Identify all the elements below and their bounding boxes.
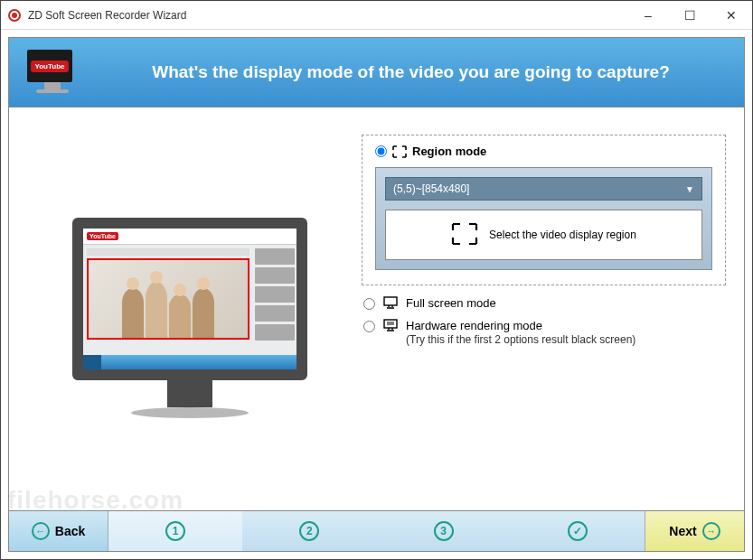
step-2-button[interactable]: 2 xyxy=(242,511,376,551)
youtube-badge-icon: YouTube xyxy=(31,61,68,72)
illustration-column: YouTube xyxy=(27,135,353,501)
banner-monitor-icon: YouTube xyxy=(27,50,78,95)
region-mode-radio-input[interactable] xyxy=(375,145,387,157)
monitor-illustration: YouTube xyxy=(72,218,307,418)
wizard-nav: ← Back 1 2 3 ✓ Next → xyxy=(8,510,745,552)
region-mode-panel: Region mode (5,5)~[854x480] ▼ Select the… xyxy=(362,135,726,285)
region-mode-radio[interactable]: Region mode xyxy=(375,145,712,158)
step-done-button[interactable]: ✓ xyxy=(511,511,645,551)
dropdown-arrow-icon: ▼ xyxy=(685,184,694,194)
back-label: Back xyxy=(55,524,85,538)
back-button[interactable]: ← Back xyxy=(9,511,108,551)
app-record-icon xyxy=(8,9,21,22)
fullscreen-mode-label: Full screen mode xyxy=(406,296,726,310)
banner: YouTube What's the display mode of the v… xyxy=(8,37,745,107)
hardware-mode-subtext: (Try this if the first 2 options result … xyxy=(406,333,635,346)
content-area: YouTube xyxy=(8,107,745,510)
fullscreen-mode-radio[interactable]: Full screen mode xyxy=(362,296,726,310)
options-column: Region mode (5,5)~[854x480] ▼ Select the… xyxy=(353,135,726,501)
hardware-monitor-icon xyxy=(382,319,399,331)
maximize-button[interactable]: ☐ xyxy=(669,1,711,29)
app-window: ZD Soft Screen Recorder Wizard – ☐ ✕ You… xyxy=(0,0,753,560)
next-arrow-icon: → xyxy=(702,522,720,540)
banner-heading: What's the display mode of the video you… xyxy=(96,62,726,82)
monitor-icon xyxy=(382,296,399,309)
region-mode-settings: (5,5)~[854x480] ▼ Select the video displ… xyxy=(375,167,712,270)
window-title: ZD Soft Screen Recorder Wizard xyxy=(28,9,627,22)
window-controls: – ☐ ✕ xyxy=(627,1,752,29)
next-label: Next xyxy=(669,524,696,538)
select-region-label: Select the video display region xyxy=(489,229,636,241)
hardware-mode-radio-input[interactable] xyxy=(363,321,375,332)
hardware-mode-radio[interactable]: Hardware rendering mode (Try this if the… xyxy=(362,319,726,346)
step-3-button[interactable]: 3 xyxy=(377,511,511,551)
svg-rect-0 xyxy=(384,297,397,305)
fullscreen-mode-radio-input[interactable] xyxy=(363,298,375,310)
minimize-button[interactable]: – xyxy=(627,1,669,29)
region-dropdown[interactable]: (5,5)~[854x480] ▼ xyxy=(385,177,702,201)
step-2-number: 2 xyxy=(299,521,319,541)
back-arrow-icon: ← xyxy=(32,522,50,540)
crop-icon xyxy=(392,145,407,158)
hardware-mode-label: Hardware rendering mode xyxy=(406,319,542,332)
step-3-number: 3 xyxy=(434,521,454,541)
region-mode-label: Region mode xyxy=(412,145,486,158)
youtube-logo-icon: YouTube xyxy=(87,232,118,240)
close-button[interactable]: ✕ xyxy=(711,1,752,29)
select-region-icon xyxy=(451,222,478,248)
select-region-button[interactable]: Select the video display region xyxy=(385,210,702,260)
step-1-button[interactable]: 1 xyxy=(108,511,242,551)
region-dropdown-value: (5,5)~[854x480] xyxy=(393,182,469,195)
titlebar: ZD Soft Screen Recorder Wizard – ☐ ✕ xyxy=(1,1,752,30)
step-1-number: 1 xyxy=(165,521,185,541)
next-button[interactable]: Next → xyxy=(645,511,744,551)
check-icon: ✓ xyxy=(568,521,588,541)
video-region-highlight xyxy=(87,258,249,340)
